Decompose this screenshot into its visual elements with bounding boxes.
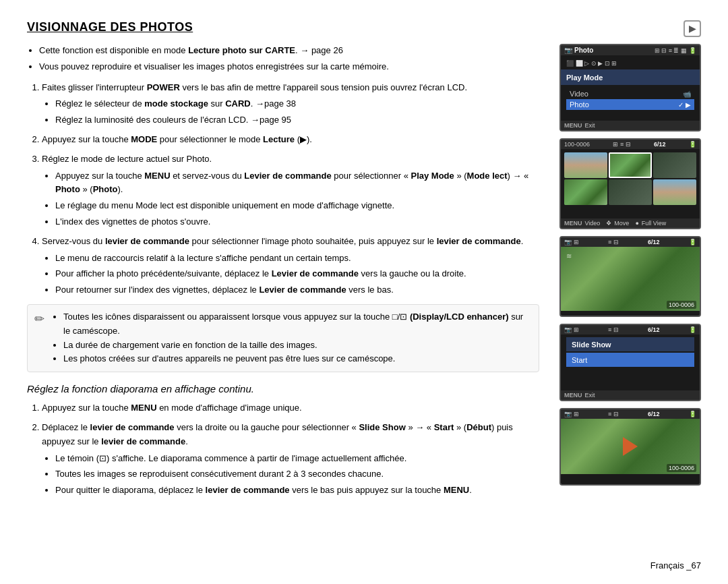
- screen1-photo-menu-label: Photo: [570, 100, 589, 109]
- screen1-menu-title: Play Mode: [566, 74, 603, 82]
- screen3-watermark: ≋: [566, 252, 572, 260]
- step-1-sub-1: Réglez le sélecteur de mode stockage sur…: [55, 97, 539, 111]
- screen2-icons: ⊞ ≡ ⊟: [613, 141, 630, 148]
- thumb-img-6: [653, 179, 696, 205]
- steps-list-2: Appuyez sur la touche MENU en mode d'aff…: [27, 401, 539, 498]
- mode-icon-symbol: ▶: [689, 24, 696, 34]
- step-4-sub-1: Le menu de raccourcis relatif à la lectu…: [55, 252, 539, 266]
- screen1-topbar: 📷 Photo ⊞ ⊟ ≡ ≣ ▦ 🔋: [561, 45, 700, 55]
- screen4-bg: Slide Show Start: [561, 334, 700, 370]
- thumb-img-5: [609, 179, 652, 205]
- step-3-sub-3: L'index des vignettes de photos s'ouvre.: [55, 215, 539, 229]
- screen2-footer: MENU Video ❖ Move ● Full View: [561, 218, 700, 228]
- mode-icon-badge: ▶: [684, 20, 701, 37]
- footer-text: Français _67: [650, 560, 701, 571]
- screen1-footer: MENU Exit: [561, 121, 700, 130]
- main-content: Cette fonction est disponible en mode Le…: [27, 44, 546, 554]
- section2-title: Réglez la fonction diaporama en affichag…: [27, 382, 539, 396]
- screen5-battery: 🔋: [689, 411, 696, 417]
- camera-screen-1: 📷 Photo ⊞ ⊟ ≡ ≣ ▦ 🔋 ⬛ ⬜ ▷ ⊙ ▶ ⊡ ⊞ Play M…: [559, 44, 701, 132]
- screen1-menu-label: MENU: [564, 122, 582, 129]
- thumb-3: [653, 152, 696, 178]
- screen2-fullview-label: Full View: [642, 220, 666, 227]
- thumb-6: [653, 179, 696, 205]
- right-panel: 📷 Photo ⊞ ⊟ ≡ ≣ ▦ 🔋 ⬛ ⬜ ▷ ⊙ ▶ ⊡ ⊞ Play M…: [559, 44, 701, 554]
- screen4-infobar: 📷 ⊞ ≡ ⊟ 6/12 🔋: [561, 325, 700, 334]
- screen2-counter: 6/12: [654, 141, 666, 148]
- steps-list-1: Faites glisser l'interrupteur POWER vers…: [27, 81, 539, 297]
- step-3: Réglez le mode de lecture actuel sur Pho…: [42, 152, 539, 229]
- screen5-photo: 100-0006: [561, 419, 700, 474]
- screen1-menu-photo: Photo ✓ ▶: [566, 99, 694, 110]
- note-bullet-3: Les photos créées sur d'autres appareils…: [63, 352, 532, 366]
- thumb-5: [609, 179, 652, 205]
- screen4-menu-label: MENU: [564, 392, 582, 399]
- screen1-video-icon: 📹: [683, 90, 691, 98]
- screen1-top-right: ⊞ ⊟ ≡ ≣ ▦ 🔋: [655, 47, 696, 54]
- step-s1: Appuyez sur la touche MENU en mode d'aff…: [42, 401, 539, 415]
- screen5-counter: 6/12: [648, 411, 660, 417]
- screen3-label: 100-0006: [667, 301, 696, 309]
- step-3-sub-2: Le réglage du menu Mode lect est disponi…: [55, 199, 539, 213]
- screen1-video-label: Video: [570, 90, 588, 98]
- screen1-battery: 🔋: [689, 47, 696, 54]
- screen2-dot-icon: ●: [635, 220, 638, 227]
- screen3-photo: ≋ 100-0006: [561, 247, 700, 311]
- page-title: VISIONNAGE DES PHOTOS: [27, 20, 193, 34]
- thumb-1: [564, 152, 607, 178]
- intro-bullet-2: Vous pouvez reproduire et visualiser les…: [39, 60, 539, 74]
- step-s2: Déplacez le levier de commande vers la d…: [42, 421, 539, 498]
- screen4-battery: 🔋: [689, 326, 696, 333]
- screen2-folder: 100-0006: [564, 141, 590, 148]
- screen2-battery: 🔋: [689, 141, 696, 148]
- thumb-img-2: [610, 154, 650, 177]
- screen4-icons-left: 📷 ⊞: [564, 326, 579, 333]
- thumb-img-1: [564, 152, 607, 178]
- screen4-counter: 6/12: [648, 326, 660, 333]
- step-4: Servez-vous du levier de commande pour s…: [42, 235, 539, 297]
- note-content: Toutes les icônes disparaissent ou appar…: [51, 310, 532, 366]
- screen3-icons-left: 📷 ⊞: [564, 239, 579, 245]
- screen5-icons-mid: ≡ ⊟: [608, 411, 619, 417]
- step-1: Faites glisser l'interrupteur POWER vers…: [42, 81, 539, 127]
- thumb-img-4: [564, 179, 607, 205]
- screen4-start-label: Start: [572, 356, 587, 364]
- screen2-move-label: Move: [614, 220, 629, 227]
- screen3-battery: 🔋: [689, 239, 696, 245]
- screen4-menu-title: Slide Show: [572, 341, 611, 349]
- thumb-2: [609, 152, 652, 178]
- screen4-menu-title-bar: Slide Show: [566, 337, 694, 351]
- camera-screen-5: 📷 ⊞ ≡ ⊟ 6/12 🔋 100-0006: [559, 408, 701, 486]
- intro-bullets: Cette fonction est disponible en mode Le…: [27, 44, 539, 74]
- screen5-infobar: 📷 ⊞ ≡ ⊟ 6/12 🔋: [561, 409, 700, 419]
- thumb-img-3: [653, 152, 696, 178]
- note-box: ✏ Toutes les icônes disparaissent ou app…: [27, 304, 539, 372]
- step-s2-sub-1: Le témoin (⊡) s'affiche. Le diaporama co…: [55, 452, 539, 466]
- screen1-menu-title-bar: Play Mode: [561, 69, 700, 85]
- screen1-photo-label: Photo: [574, 47, 593, 54]
- screen4-exit-label: Exit: [585, 392, 595, 399]
- photo-icon: 📷: [564, 47, 572, 54]
- step-1-sub-2: Réglez la luminosité des couleurs de l'é…: [55, 113, 539, 127]
- screen1-menu-video: Video 📹: [566, 88, 694, 99]
- screen1-photo-check: ✓ ▶: [678, 101, 691, 109]
- screen1-sub-icons: ⬛ ⬜ ▷ ⊙ ▶ ⊡ ⊞: [566, 60, 617, 67]
- note-bullet-2: La durée de chargement varie en fonction…: [63, 339, 532, 353]
- screen1-exit-label: Exit: [585, 122, 595, 129]
- screen4-start-item: Start: [566, 353, 694, 367]
- screen5-label: 100-0006: [667, 464, 696, 472]
- step-4-sub-2: Pour afficher la photo précédente/suivan…: [55, 267, 539, 281]
- camera-screen-3: 📷 ⊞ ≡ ⊟ 6/12 🔋 ≋ 100-0006: [559, 236, 701, 317]
- page-footer: Français _67: [27, 560, 701, 571]
- step-2: Appuyez sur la touche MODE pour sélectio…: [42, 133, 539, 147]
- screen1-icons-row: ⬛ ⬜ ▷ ⊙ ▶ ⊡ ⊞: [561, 55, 700, 69]
- camera-screen-2: 100-0006 ⊞ ≡ ⊟ 6/12 🔋: [559, 138, 701, 229]
- screen2-video-label: Video: [585, 220, 601, 227]
- screen4-footer: MENU Exit: [561, 390, 700, 400]
- camera-screen-4: 📷 ⊞ ≡ ⊟ 6/12 🔋 Slide Show Start MENU Exi…: [559, 324, 701, 401]
- note-bullet-1: Toutes les icônes disparaissent ou appar…: [63, 310, 532, 339]
- screen1-icons: ⊞ ⊟ ≡ ≣ ▦: [655, 47, 687, 54]
- screen3-infobar: 📷 ⊞ ≡ ⊟ 6/12 🔋: [561, 237, 700, 247]
- step-s2-sub-3: Pour quitter le diaporama, déplacez le l…: [55, 484, 539, 498]
- screen3-icons-mid: ≡ ⊟: [608, 239, 619, 245]
